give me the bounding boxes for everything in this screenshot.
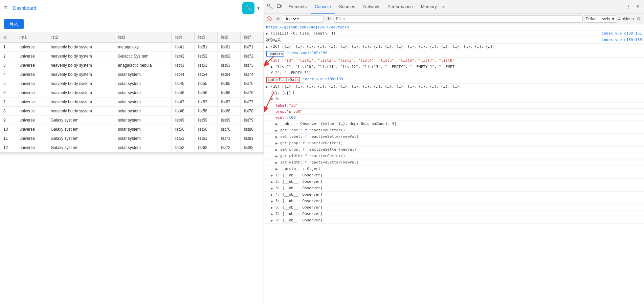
table-cell-r4-c1: universe xyxy=(16,79,47,88)
expand-arrow-icon[interactable]: ▶ xyxy=(271,186,274,191)
table-cell-r9-c7: list80 xyxy=(240,125,263,134)
expand-arrow-icon[interactable]: ▶ xyxy=(271,205,274,210)
default-levels-dropdown[interactable]: Default levels ▼ xyxy=(584,15,617,23)
inspect-element-icon[interactable] xyxy=(265,2,275,11)
key-name: label: xyxy=(275,103,289,108)
console-source[interactable]: index.vue:c189:161 xyxy=(602,31,642,36)
table-body: 1universeheavenly bo dy systemmetagalaxy… xyxy=(0,43,264,152)
table-cell-r6-c5: list57 xyxy=(194,97,217,107)
console-source[interactable]: index.vue:c189:139 xyxy=(303,77,343,81)
expand-arrow-icon[interactable]: ▶ xyxy=(275,122,279,126)
devtools-tab-performance[interactable]: Performance xyxy=(383,0,417,14)
settings-console-icon[interactable]: ⚙ xyxy=(635,15,643,23)
table-row: 2universeheavenly bo dy systemGalactic S… xyxy=(0,52,264,61)
table-column-header-list4: list4 xyxy=(171,32,194,43)
table-cell-r1-c3: Galactic Sys tem xyxy=(114,52,171,61)
table-cell-r1-c6: list62 xyxy=(217,52,240,61)
expand-arrow-icon[interactable]: ▶ xyxy=(271,180,274,184)
expand-arrow-icon[interactable]: ▶ xyxy=(275,154,279,158)
console-line: prop: "prop0" xyxy=(264,109,644,115)
filter-input-container[interactable] xyxy=(334,15,583,23)
table-cell-r5-c7: list76 xyxy=(240,88,263,97)
devtools-tab-console[interactable]: Console xyxy=(311,0,335,14)
table-container[interactable]: idlist1list2list3list4list5list6list7 1u… xyxy=(0,32,264,304)
table-cell-r1-c1: universe xyxy=(16,52,47,61)
devtools-tab-network[interactable]: Network xyxy=(359,0,384,14)
table-cell-r5-c2: heavenly bo dy system xyxy=(47,88,114,97)
table-cell-r2-c0: 3 xyxy=(0,61,16,70)
console-content: 8: {__ob__: Observer} xyxy=(275,218,642,222)
table-cell-r5-c0: 6 xyxy=(0,88,16,97)
expand-arrow-icon[interactable]: ▶ xyxy=(275,141,279,146)
console-source[interactable]: index.vue:c189:196 xyxy=(287,51,327,55)
import-button[interactable]: 导入 xyxy=(4,19,24,29)
context-select[interactable]: top xyxy=(285,16,297,22)
table-cell-r2-c5: list53 xyxy=(194,61,217,70)
table-cell-r1-c4: list42 xyxy=(171,52,194,61)
expand-arrow-icon[interactable]: ▶ xyxy=(275,128,279,133)
expand-arrow-icon[interactable]: ▶ xyxy=(271,173,274,178)
expand-arrow-icon[interactable]: ▶ xyxy=(275,160,279,165)
console-content: 5: {__ob__: Observer} xyxy=(275,199,642,203)
expand-arrow-icon[interactable]: ▶ xyxy=(271,193,274,197)
table-cell-r7-c7: list78 xyxy=(240,107,263,116)
console-line: ▶ "list9", "list10", "list11", "list12",… xyxy=(264,64,644,70)
expand-arrow-icon[interactable]: ▶ xyxy=(275,167,279,171)
expand-arrow-icon[interactable]: ▶ xyxy=(266,45,269,49)
expand-arrow-icon[interactable]: ▶ xyxy=(266,59,269,63)
settings-icon[interactable]: ⋮ xyxy=(624,2,633,11)
horizontal-scrollbar[interactable] xyxy=(0,152,264,155)
console-line: ▶(18) ["id", "list1", "list2", "list3", … xyxy=(264,58,644,64)
table-cell-r3-c5: list54 xyxy=(194,70,217,79)
svg-rect-2 xyxy=(281,5,282,7)
expand-arrow-icon[interactable]: ▶ xyxy=(275,148,279,152)
clear-console-icon[interactable]: 🚫 xyxy=(265,15,273,23)
expand-arrow-icon[interactable]: ▼ xyxy=(271,97,274,102)
expand-arrow-icon[interactable]: ▶ xyxy=(271,212,274,216)
table-cell-r6-c7: list77 xyxy=(240,97,263,107)
expand-arrow-icon[interactable]: ▶ xyxy=(271,218,274,223)
console-source[interactable]: index.vue:c189:189 xyxy=(602,38,642,42)
table-cell-r11-c5: list62 xyxy=(194,143,217,152)
highlight-red: tableTitleData xyxy=(266,77,300,83)
filter-icon[interactable]: ⊘ xyxy=(274,15,282,23)
table-cell-r8-c3: solar system xyxy=(114,116,171,125)
table-cell-r4-c6: list65 xyxy=(217,79,240,88)
expand-arrow-icon[interactable]: ▶ xyxy=(275,135,279,139)
console-content: __ob__ : Observer {value: {…}, dep: Dep,… xyxy=(280,122,642,126)
console-line: ▶4: {__ob__: Observer} xyxy=(264,192,644,198)
console-line: ▶(20) [{…}, {…}, {…}, {…}, {…}, {…}, {…}… xyxy=(264,44,644,50)
devtools-tab-sources[interactable]: Sources xyxy=(335,0,359,14)
table-cell-r3-c1: universe xyxy=(16,70,47,79)
table-cell-r8-c4: list49 xyxy=(171,116,194,125)
table-cell-r11-c1: universe xyxy=(16,143,47,152)
table-cell-r9-c4: list50 xyxy=(171,125,194,134)
highlight-blue: headers xyxy=(266,51,284,57)
table-cell-r7-c1: universe xyxy=(16,107,47,116)
right-panel: ElementsConsoleSourcesNetworkPerformance… xyxy=(264,0,644,304)
devtools-tab-memory[interactable]: Memory xyxy=(417,0,441,14)
table-cell-r4-c4: list45 xyxy=(171,79,194,88)
filter-input[interactable] xyxy=(336,17,580,21)
table-cell-r0-c2: heavenly bo dy system xyxy=(47,43,114,52)
expand-arrow-icon[interactable]: ▶ xyxy=(266,85,269,89)
device-toolbar-icon[interactable] xyxy=(275,2,284,11)
table-cell-r5-c1: universe xyxy=(16,88,47,97)
top-select-container[interactable]: top ▾ xyxy=(283,15,324,23)
table-column-header-list5: list5 xyxy=(194,32,217,43)
table-cell-r5-c5: list56 xyxy=(194,88,217,97)
devtools-tab-elements[interactable]: Elements xyxy=(284,0,311,14)
expand-arrow-icon[interactable]: ▶ xyxy=(266,31,269,36)
table-cell-r10-c2: Galaxy syst em xyxy=(47,134,114,143)
top-nav: ≡ Dashboard 🔧 ▾ xyxy=(0,0,264,16)
console-line: ▶get prop: f reactiveGetter() xyxy=(264,140,644,147)
table-cell-r5-c3: solar system xyxy=(114,88,171,97)
console-output[interactable]: https://github.com/vuejs/vue-devtools▶Fi… xyxy=(264,24,644,304)
expand-arrow-icon[interactable]: ▶ xyxy=(271,199,274,203)
hamburger-icon[interactable]: ≡ xyxy=(4,4,8,12)
close-devtools-icon[interactable]: ✕ xyxy=(633,2,643,11)
expand-arrow-icon[interactable]: ▾ xyxy=(257,5,260,11)
more-tabs-icon[interactable]: » xyxy=(441,4,446,9)
eye-icon[interactable]: 👁 xyxy=(325,15,332,23)
console-line: ▶8: {__ob__: Observer} xyxy=(264,217,644,224)
